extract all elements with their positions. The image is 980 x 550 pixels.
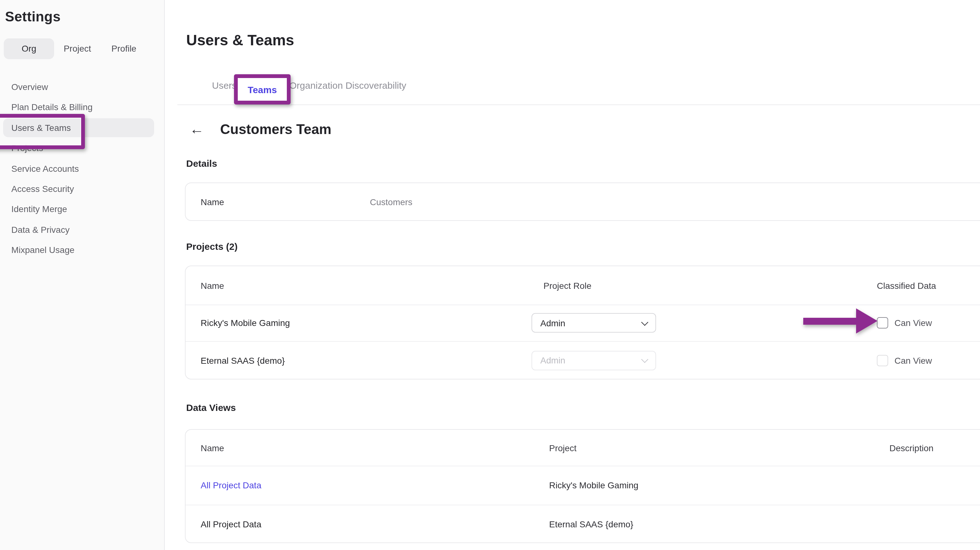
tab-teams[interactable]: Teams — [248, 84, 277, 95]
col-header-name: Name — [200, 443, 224, 453]
details-card: Name Customers — [185, 182, 980, 221]
project-role-value: Admin — [540, 355, 565, 365]
settings-title: Settings — [5, 9, 61, 25]
can-view-checkbox[interactable] — [877, 355, 888, 366]
project-role-select[interactable]: Admin — [531, 313, 656, 333]
table-row: Eternal SAAS {demo} Admin Can View — [186, 341, 980, 379]
settings-sidebar: Settings Org Project Profile Overview Pl… — [0, 0, 165, 550]
data-view-project: Eternal SAAS {demo} — [549, 519, 633, 529]
data-view-name-link[interactable]: All Project Data — [200, 480, 261, 490]
sidebar-item-service-accounts[interactable]: Service Accounts — [11, 163, 79, 175]
back-arrow-icon[interactable]: ← — [189, 121, 205, 137]
projects-table: Name Project Role Classified Data Ricky'… — [185, 266, 980, 379]
classified-data-cell: Can View — [877, 355, 932, 366]
tab-users[interactable]: Users — [212, 80, 237, 91]
project-role-select-disabled: Admin — [531, 351, 656, 370]
project-role-value: Admin — [540, 318, 565, 328]
data-view-name: All Project Data — [200, 519, 261, 529]
details-heading: Details — [186, 158, 217, 169]
can-view-checkbox[interactable] — [877, 317, 888, 328]
settings-page: Settings Org Project Profile Overview Pl… — [0, 0, 980, 550]
details-name-value: Customers — [370, 197, 412, 207]
table-row: All Project Data Eternal SAAS {demo} — [186, 505, 980, 543]
table-row: All Project Data Ricky's Mobile Gaming — [186, 466, 980, 505]
can-view-label: Can View — [894, 355, 932, 365]
col-header-classified-data: Classified Data — [877, 281, 936, 290]
sidebar-item-users-teams[interactable]: Users & Teams — [11, 121, 71, 134]
team-title: Customers Team — [220, 121, 331, 138]
table-row: Ricky's Mobile Gaming Admin Can View — [186, 304, 980, 342]
annotation-box-teams-tab: Teams — [234, 74, 291, 104]
sidebar-item-data-privacy[interactable]: Data & Privacy — [11, 223, 70, 236]
can-view-label: Can View — [894, 318, 932, 328]
sidebar-item-projects[interactable]: Projects — [11, 142, 43, 154]
classified-data-cell: Can View — [877, 317, 932, 328]
projects-header-row: Name Project Role Classified Data — [186, 266, 980, 305]
chevron-down-icon — [641, 356, 649, 363]
settings-scope-tabs: Org Project Profile — [4, 38, 147, 59]
scope-tab-project[interactable]: Project — [54, 38, 101, 59]
sidebar-item-overview[interactable]: Overview — [11, 81, 48, 93]
col-header-project: Project — [549, 443, 576, 453]
col-header-project-role: Project Role — [544, 281, 592, 290]
data-views-header-row: Name Project Description — [186, 430, 980, 466]
details-row: Name Customers — [186, 183, 980, 220]
scope-tab-profile[interactable]: Profile — [101, 38, 147, 59]
sidebar-item-access-security[interactable]: Access Security — [11, 182, 74, 195]
projects-heading: Projects (2) — [186, 241, 237, 252]
sidebar-item-mixpanel-usage[interactable]: Mixpanel Usage — [11, 244, 75, 256]
data-view-project: Ricky's Mobile Gaming — [549, 480, 638, 490]
page-title: Users & Teams — [186, 32, 294, 49]
sidebar-item-identity-merge[interactable]: Identity Merge — [11, 202, 67, 215]
chevron-down-icon — [641, 319, 649, 326]
details-name-label: Name — [200, 197, 224, 207]
tab-organization-discoverability[interactable]: Organization Discoverability — [290, 80, 406, 91]
data-views-heading: Data Views — [186, 402, 236, 413]
sidebar-item-plan-billing[interactable]: Plan Details & Billing — [11, 101, 92, 113]
col-header-name: Name — [200, 281, 224, 290]
col-header-description: Description — [889, 443, 934, 453]
scope-tab-org[interactable]: Org — [4, 38, 54, 59]
project-name: Ricky's Mobile Gaming — [200, 318, 290, 328]
data-views-table: Name Project Description All Project Dat… — [185, 429, 980, 543]
tabs-divider — [177, 104, 980, 105]
project-name: Eternal SAAS {demo} — [200, 355, 285, 365]
